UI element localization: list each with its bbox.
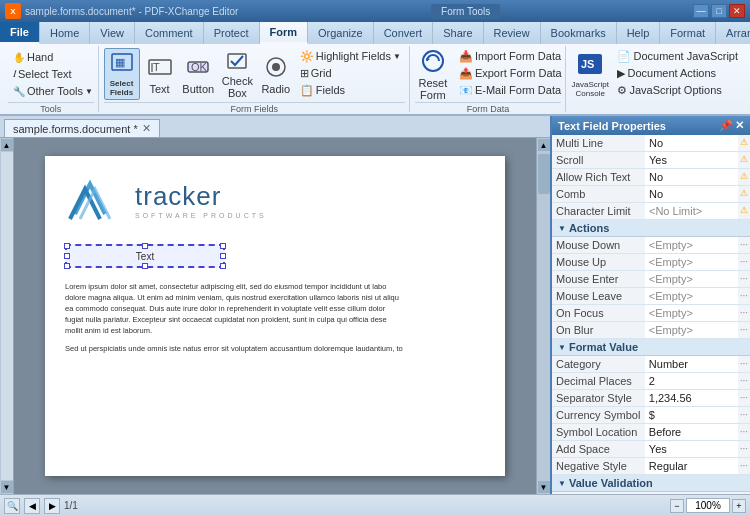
prop-separator-style: Separator Style 1,234.56 ···	[552, 390, 750, 407]
svg-text:T: T	[153, 61, 160, 73]
prop-comb: Comb No ⚠	[552, 186, 750, 203]
resize-handle-bm[interactable]	[142, 263, 148, 269]
prop-category: Category Number ···	[552, 356, 750, 373]
prop-on-focus: On Focus <Empty> ···	[552, 305, 750, 322]
tab-arrange[interactable]: Arrange	[716, 22, 750, 44]
resize-handle-tr[interactable]	[220, 243, 226, 249]
section-actions[interactable]: ▼ Actions	[552, 220, 750, 237]
fields-button[interactable]: 📋 Fields	[296, 82, 405, 98]
form-data-label: Form Data	[415, 102, 561, 114]
radio-field-icon	[262, 53, 290, 81]
resize-handle-bl[interactable]	[64, 263, 70, 269]
section-value-validation[interactable]: ▼ Value Validation	[552, 475, 750, 492]
tab-protect[interactable]: Protect	[204, 22, 260, 44]
tab-bookmarks[interactable]: Bookmarks	[541, 22, 617, 44]
text-field-button[interactable]: T Text	[142, 48, 178, 100]
properties-title: Text Field Properties 📌 ✕	[552, 116, 750, 135]
doc-tab[interactable]: sample.forms.document * ✕	[4, 119, 160, 137]
tab-view[interactable]: View	[90, 22, 135, 44]
scroll-up-icon[interactable]: ▲	[1, 139, 13, 151]
tab-format[interactable]: Format	[660, 22, 716, 44]
cursor-icon: 𝐼	[13, 68, 16, 80]
resize-handle-mr[interactable]	[220, 253, 226, 259]
tab-review[interactable]: Review	[484, 22, 541, 44]
page-info: 1/1	[64, 500, 78, 511]
prop-mouse-leave: Mouse Leave <Empty> ···	[552, 288, 750, 305]
tab-file[interactable]: File	[0, 22, 40, 44]
section-format-value[interactable]: ▼ Format Value	[552, 339, 750, 356]
zoom-out-button[interactable]: 🔍	[4, 498, 20, 514]
minimize-icon[interactable]: —	[693, 4, 709, 18]
resize-handle-ml[interactable]	[64, 253, 70, 259]
scroll-thumb[interactable]	[538, 154, 550, 194]
body-text-2: Sed ut perspiciatis unde omnis iste natu…	[65, 344, 485, 355]
next-page-button[interactable]: ▶	[44, 498, 60, 514]
title-bar: X sample.forms.document* - PDF-XChange E…	[0, 0, 750, 22]
document-actions-button[interactable]: ▶ Document Actions	[613, 65, 742, 81]
email-form-data-button[interactable]: 📧 E-Mail Form Data	[455, 82, 566, 98]
tab-home[interactable]: Home	[40, 22, 90, 44]
left-scrollbar[interactable]: ▲ ▼	[0, 138, 14, 494]
scroll-up2-icon[interactable]: ▲	[538, 139, 550, 151]
js-options-icon: ⚙	[617, 84, 627, 97]
zoom-level: 100%	[686, 498, 730, 513]
import-form-data-button[interactable]: 📥 Import Form Data	[455, 48, 566, 64]
scroll-track	[1, 152, 13, 480]
doc-tab-bar: sample.forms.document * ✕	[0, 116, 550, 138]
tab-help[interactable]: Help	[617, 22, 661, 44]
email-icon: 📧	[459, 84, 473, 97]
prev-page-button[interactable]: ◀	[24, 498, 40, 514]
document-area: sample.forms.document * ✕ ▲ ▼	[0, 116, 550, 494]
svg-point-9	[272, 63, 280, 71]
hand-tool-button[interactable]: ✋ Hand	[9, 49, 57, 65]
doc-tab-close[interactable]: ✕	[142, 122, 151, 135]
reset-form-button[interactable]: ResetForm	[415, 48, 451, 100]
highlight-fields-button[interactable]: 🔆 Highlight Fields ▼	[296, 48, 405, 64]
grid-button[interactable]: ⊞ Grid	[296, 65, 405, 81]
select-text-button[interactable]: 𝐼 Select Text	[9, 66, 76, 82]
text-field-box[interactable]: Text	[65, 244, 225, 268]
resize-handle-br[interactable]	[220, 263, 226, 269]
collapse-actions-icon: ▼	[558, 224, 566, 233]
tab-comment[interactable]: Comment	[135, 22, 204, 44]
js-options-button[interactable]: ⚙ JavaScript Options	[613, 82, 742, 98]
title-bar-left: X sample.forms.document* - PDF-XChange E…	[5, 3, 238, 19]
props-pin-icon[interactable]: 📌	[719, 119, 733, 132]
tab-share[interactable]: Share	[433, 22, 483, 44]
button-field-button[interactable]: OK Button	[180, 48, 217, 100]
right-scrollbar[interactable]: ▲ ▼	[536, 138, 550, 494]
form-fields-right: 🔆 Highlight Fields ▼ ⊞ Grid 📋 Fields	[296, 48, 405, 98]
other-tools-button[interactable]: 🔧 Other Tools ▼	[9, 83, 97, 99]
tab-organize[interactable]: Organize	[308, 22, 374, 44]
scroll-down-icon[interactable]: ▼	[1, 481, 13, 493]
button-field-icon: OK	[184, 53, 212, 81]
tools-icon: 🔧	[13, 86, 25, 97]
export-form-data-button[interactable]: 📤 Export Form Data	[455, 65, 566, 81]
maximize-icon[interactable]: □	[711, 4, 727, 18]
zoom-plus-button[interactable]: +	[732, 499, 746, 513]
document-js-button[interactable]: 📄 Document JavaScript	[613, 48, 742, 64]
scroll-down2-icon[interactable]: ▼	[538, 481, 550, 493]
checkbox-field-button[interactable]: CheckBox	[219, 48, 256, 100]
select-fields-button[interactable]: ▦ SelectFields	[104, 48, 140, 100]
js-console-button[interactable]: JS JavaScriptConsole	[571, 48, 610, 100]
tab-form[interactable]: Form	[260, 22, 309, 44]
prop-symbol-location: Symbol Location Before ···	[552, 424, 750, 441]
validation-select[interactable]: Value in Range None	[655, 494, 750, 495]
tab-convert[interactable]: Convert	[374, 22, 434, 44]
prop-multiline: Multi Line No ⚠	[552, 135, 750, 152]
form-fields-label: Form Fields	[104, 102, 405, 114]
svg-text:JS: JS	[581, 58, 594, 70]
close-icon[interactable]: ✕	[729, 4, 745, 18]
radio-field-button[interactable]: Radio	[258, 48, 294, 100]
js-right: 📄 Document JavaScript ▶ Document Actions…	[613, 48, 742, 98]
tracker-sub: SOFTWARE PRODUCTS	[135, 212, 267, 219]
tools-items: ✋ Hand 𝐼 Select Text 🔧 Other Tools ▼	[8, 48, 94, 100]
prop-mouse-down: Mouse Down <Empty> ···	[552, 237, 750, 254]
props-close-icon[interactable]: ✕	[735, 119, 744, 132]
resize-handle-tm[interactable]	[142, 243, 148, 249]
resize-handle-tl[interactable]	[64, 243, 70, 249]
validation-dropdown[interactable]: Value in Range None	[655, 494, 750, 495]
zoom-minus-button[interactable]: −	[670, 499, 684, 513]
doc-js-icon: 📄	[617, 50, 631, 63]
